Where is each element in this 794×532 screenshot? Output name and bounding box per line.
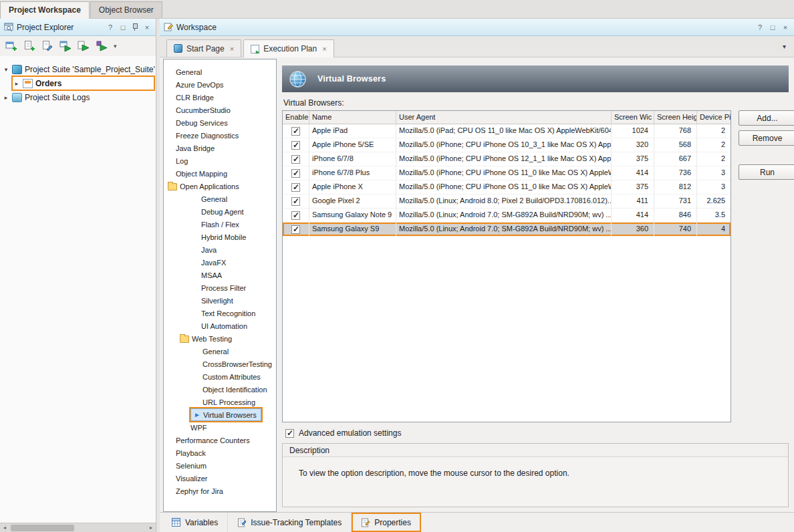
horizontal-scrollbar[interactable]: ◂ ▸ <box>0 523 156 532</box>
vb-row-iphone-6-7-8[interactable]: iPhone 6/7/8Mozilla/5.0 (iPhone; CPU iPh… <box>283 152 731 166</box>
enable-checkbox[interactable] <box>291 197 300 206</box>
settings-item-flash-flex[interactable]: Flash / Flex <box>164 218 276 231</box>
column-header-user-agent[interactable]: User Agent <box>396 111 612 124</box>
enable-checkbox[interactable] <box>291 211 300 220</box>
column-header-name[interactable]: Name <box>309 111 396 124</box>
open-file-button[interactable] <box>40 39 55 53</box>
tab-execution-plan[interactable]: Execution Plan × <box>243 39 334 57</box>
vb-row-iphone-6-7-8-plus[interactable]: iPhone 6/7/8 PlusMozilla/5.0 (iPhone; CP… <box>283 166 731 180</box>
help-icon[interactable]: ? <box>106 23 115 32</box>
toolbar-dropdown-icon[interactable]: ▾ <box>112 43 118 49</box>
settings-item-ui-automation[interactable]: UI Automation <box>164 319 276 332</box>
auto-hide-pin-icon[interactable] <box>131 23 139 32</box>
expander-icon[interactable]: ▾ <box>3 66 9 73</box>
close-tab-icon[interactable]: × <box>322 45 326 53</box>
run-project-suite-button[interactable] <box>58 39 73 53</box>
tab-properties[interactable]: Properties <box>352 513 421 532</box>
settings-item-visualizer[interactable]: Visualizer <box>164 472 276 485</box>
tree-item-project-suite-logs[interactable]: ▸ Project Suite Logs <box>0 90 156 104</box>
settings-item-msaa[interactable]: MSAA <box>164 269 276 281</box>
settings-item-debug-agent[interactable]: Debug Agent <box>164 205 276 218</box>
settings-item-custom-attributes[interactable]: Custom Attributes <box>164 370 276 383</box>
enable-checkbox[interactable] <box>291 183 300 192</box>
description-title: Description <box>283 444 788 457</box>
scroll-left-icon[interactable]: ◂ <box>0 525 9 531</box>
settings-item-text-recognition[interactable]: Text Recognition <box>164 307 276 319</box>
vb-row-google-pixel-2[interactable]: Google Pixel 2Mozilla/5.0 (Linux; Androi… <box>283 194 731 209</box>
scrollbar-thumb[interactable] <box>11 525 74 531</box>
enable-checkbox[interactable] <box>291 169 300 178</box>
enable-checkbox[interactable] <box>291 141 300 150</box>
tab-variables[interactable]: Variables <box>162 513 228 532</box>
settings-item-freeze-diagnostics[interactable]: Freeze Diagnostics <box>164 129 276 142</box>
settings-item-general[interactable]: General <box>164 192 276 205</box>
settings-item-general[interactable]: General <box>164 345 276 358</box>
settings-item-general[interactable]: General <box>164 65 276 78</box>
add-button[interactable]: Add... <box>739 110 794 126</box>
tab-issue-tracking-templates[interactable]: Issue-Tracking Templates <box>228 513 352 532</box>
advanced-emulation-checkbox[interactable] <box>285 429 294 438</box>
close-icon[interactable]: × <box>142 23 152 32</box>
workspace-content: GeneralAzure DevOpsCLR BridgeCucumberStu… <box>160 57 794 512</box>
add-project-suite-button[interactable] <box>4 39 19 53</box>
settings-item-open-applications[interactable]: Open Applications <box>164 180 276 192</box>
settings-item-object-identification[interactable]: Object Identification <box>164 383 276 396</box>
settings-item-object-mapping[interactable]: Object Mapping <box>164 167 276 180</box>
settings-item-javafx[interactable]: JavaFX <box>164 256 276 269</box>
expander-icon[interactable]: ▸ <box>3 94 9 101</box>
settings-item-label: Playback <box>176 449 206 457</box>
enable-checkbox[interactable] <box>291 225 300 234</box>
settings-item-cucumberstudio[interactable]: CucumberStudio <box>164 104 276 116</box>
scroll-right-icon[interactable]: ▸ <box>146 525 156 531</box>
run-project-button[interactable] <box>76 39 91 53</box>
settings-item-url-processing[interactable]: URL Processing <box>164 396 276 408</box>
folder-icon <box>180 336 189 343</box>
close-icon[interactable]: × <box>781 23 790 32</box>
tree-item-orders[interactable]: ▸ Orders <box>12 76 154 90</box>
settings-item-azure-devops[interactable]: Azure DevOps <box>164 78 276 91</box>
remove-button[interactable]: Remove <box>739 130 794 146</box>
run-routine-button[interactable] <box>94 39 109 53</box>
settings-item-silverlight[interactable]: Silverlight <box>164 294 276 307</box>
settings-item-process-filter[interactable]: Process Filter <box>164 281 276 294</box>
settings-item-log[interactable]: Log <box>164 154 276 167</box>
expander-icon[interactable]: ▸ <box>13 80 20 87</box>
settings-item-java-bridge[interactable]: Java Bridge <box>164 142 276 154</box>
tab-list-dropdown-icon[interactable]: ▾ <box>783 43 786 50</box>
vb-row-samsung-galaxy-note-9[interactable]: Samsung Galaxy Note 9Mozilla/5.0 (Linux;… <box>283 209 731 223</box>
settings-item-crossbrowsertesting[interactable]: CrossBrowserTesting <box>164 358 276 370</box>
column-header-screen-width[interactable]: Screen Wic <box>612 111 654 124</box>
table-empty-area <box>283 237 731 422</box>
vb-row-apple-iphone-5-se[interactable]: Apple iPhone 5/SEMozilla/5.0 (iPhone; CP… <box>283 138 731 152</box>
settings-item-clr-bridge[interactable]: CLR Bridge <box>164 91 276 104</box>
column-header-enable[interactable]: Enable <box>283 111 309 124</box>
add-project-button[interactable] <box>22 39 37 53</box>
run-button[interactable]: Run <box>739 164 794 180</box>
column-header-screen-height[interactable]: Screen Heig <box>654 111 697 124</box>
column-header-device-pixel-ratio[interactable]: Device Pi <box>697 111 731 124</box>
enable-checkbox[interactable] <box>291 127 300 136</box>
vb-row-apple-iphone-x[interactable]: Apple iPhone XMozilla/5.0 (iPhone; CPU i… <box>283 180 731 194</box>
tab-object-browser[interactable]: Object Browser <box>90 1 162 18</box>
screen-height-cell: 667 <box>654 152 697 166</box>
settings-item-zephyr-for-jira[interactable]: Zephyr for Jira <box>164 485 276 497</box>
settings-item-virtual-browsers[interactable]: ►Virtual Browsers <box>164 408 276 421</box>
settings-item-hybrid-mobile[interactable]: Hybrid Mobile <box>164 231 276 243</box>
settings-item-debug-services[interactable]: Debug Services <box>164 116 276 129</box>
vb-row-apple-ipad[interactable]: Apple iPadMozilla/5.0 (iPad; CPU OS 11_0… <box>283 124 731 138</box>
tab-project-workspace[interactable]: Project Workspace <box>0 1 90 19</box>
tree-item-project-suite[interactable]: ▾ Project Suite 'Sample_Project_Suite' (… <box>0 62 156 76</box>
close-tab-icon[interactable]: × <box>230 45 234 53</box>
tab-start-page[interactable]: Start Page × <box>166 39 241 57</box>
settings-item-selenium[interactable]: Selenium <box>164 459 276 472</box>
enable-checkbox[interactable] <box>291 155 300 164</box>
float-icon[interactable]: □ <box>768 23 777 32</box>
float-icon[interactable]: □ <box>118 23 128 32</box>
help-icon[interactable]: ? <box>755 23 765 32</box>
settings-item-performance-counters[interactable]: Performance Counters <box>164 434 276 446</box>
settings-item-java[interactable]: Java <box>164 243 276 256</box>
settings-item-wpf[interactable]: WPF <box>164 421 276 434</box>
settings-item-web-testing[interactable]: Web Testing <box>164 332 276 345</box>
vb-row-samsung-galaxy-s9[interactable]: Samsung Galaxy S9Mozilla/5.0 (Linux; And… <box>283 223 731 237</box>
settings-item-playback[interactable]: Playback <box>164 446 276 459</box>
